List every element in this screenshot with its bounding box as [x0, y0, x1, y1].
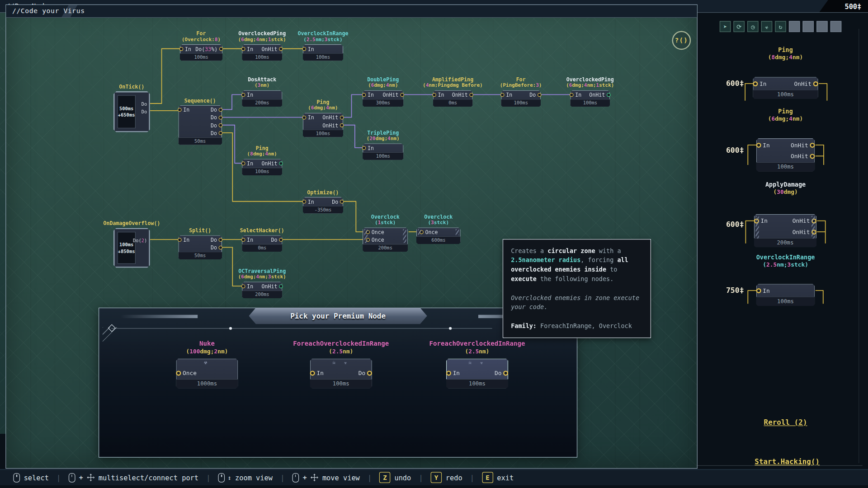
node-shop-ping-6dmg[interactable]: InOnHitOnHit100ms	[756, 138, 815, 171]
node-duration: 100ms	[570, 99, 610, 107]
node-for-pingbefore3[interactable]: For(PingBefore:3)InDo100ms	[501, 90, 541, 107]
port[interactable]	[570, 93, 574, 97]
port[interactable]	[367, 371, 372, 375]
port[interactable]	[219, 115, 223, 119]
reroll-link[interactable]: Reroll (2)	[741, 418, 830, 427]
node-dosattack[interactable]: DosAttack(3nm)In200ms	[242, 90, 282, 107]
port[interactable]	[340, 115, 344, 119]
empty-slot[interactable]	[803, 21, 814, 32]
port[interactable]	[500, 93, 505, 97]
port[interactable]	[400, 93, 404, 97]
node-icons: ☢	[176, 360, 238, 365]
node-ontick[interactable]: OnTick()500ms+650msDoDo	[113, 91, 150, 132]
clock-icon[interactable]: ◷	[747, 21, 758, 32]
help-button[interactable]: ?()	[672, 31, 691, 50]
port[interactable]	[607, 93, 611, 97]
port[interactable]	[302, 199, 307, 203]
node-duration: 100ms	[310, 379, 372, 389]
port[interactable]	[279, 161, 283, 165]
node-ondamageoverflow[interactable]: OnDamageOverflow()100ms+850msDo(2)	[113, 228, 150, 267]
empty-slot[interactable]	[830, 21, 841, 32]
port-label: OnHit	[261, 160, 277, 166]
node-ping-6dmg[interactable]: Ping(6dmg;4nm)InOnHitOnHit100ms	[303, 113, 343, 137]
port[interactable]	[810, 142, 815, 147]
port[interactable]	[219, 245, 223, 249]
port[interactable]	[219, 47, 223, 51]
node-premium-nuke[interactable]: Nuke(100dmg;2nm)☢Once1000ms	[176, 358, 238, 388]
node-shop-ping-8dmg[interactable]: InOnHit100ms	[753, 77, 818, 99]
port[interactable]	[241, 284, 245, 288]
port-label: Do	[271, 236, 277, 242]
port[interactable]	[241, 161, 245, 165]
node-ping-8dmg[interactable]: Ping(8dmg;4nm)InOnHit100ms	[242, 159, 282, 175]
port[interactable]	[302, 47, 307, 51]
port[interactable]	[241, 238, 245, 242]
node-for-overclock8[interactable]: For(Overclock:8)InDo(33%)100ms	[180, 44, 222, 61]
port[interactable]	[219, 123, 223, 127]
port[interactable]	[503, 371, 508, 375]
port[interactable]	[362, 93, 366, 97]
hint-label: multiselect/connect port	[99, 474, 198, 482]
node-duration: -350ms	[303, 206, 343, 214]
port[interactable]	[756, 288, 761, 293]
node-overclockedping-1[interactable]: OverclockedPing(6dmg;4nm;1stck)InOnHit10…	[242, 44, 282, 61]
port[interactable]	[432, 93, 436, 97]
port[interactable]	[756, 142, 761, 147]
node-duration: 100ms	[756, 296, 815, 306]
port[interactable]	[178, 238, 182, 242]
node-overclock-3stck[interactable]: Overclock(3stck)Once600ms	[416, 227, 461, 244]
node-split[interactable]: Split()InDoDo50ms	[178, 235, 222, 259]
port[interactable]	[241, 47, 245, 51]
port-label: In	[506, 92, 512, 98]
port-label: In	[575, 92, 581, 98]
node-tripleping[interactable]: TriplePing(20dmg;4nm)In100ms	[363, 143, 404, 160]
port[interactable]	[219, 238, 223, 242]
node-overclock-1stck[interactable]: Overclock(1stck)OnceOnce200ms	[363, 227, 408, 252]
port[interactable]	[241, 93, 245, 97]
rotate-icon[interactable]: ↻	[775, 21, 786, 32]
port-label: Do	[211, 236, 217, 242]
port[interactable]	[362, 146, 366, 150]
port[interactable]	[340, 123, 344, 127]
empty-slot[interactable]	[789, 21, 800, 32]
start-hacking-link[interactable]: Start.Hacking()	[732, 458, 843, 466]
port[interactable]	[219, 131, 223, 135]
port[interactable]	[810, 154, 815, 159]
port[interactable]	[219, 108, 223, 112]
port[interactable]	[538, 93, 542, 97]
port[interactable]	[310, 371, 315, 375]
node-doubleping[interactable]: DoublePing(6dmg;4nm)InOnHit300ms	[363, 90, 404, 107]
virus-icon[interactable]: ☣	[761, 21, 772, 32]
port-label: In	[247, 236, 253, 242]
empty-slot[interactable]	[816, 21, 827, 32]
node-amplifiedping[interactable]: AmplifiedPing(4nm;Pingdmg Before)InOnHit…	[433, 90, 473, 107]
node-overclockinrange-1[interactable]: OverclockInRange(2.5nm;3stck)In100ms	[303, 44, 343, 61]
port-label: Once	[425, 229, 438, 235]
node-premium-foreach-overclocked-inrange-2[interactable]: ForeachOverclockedInRange(2.5nm)☠ ☣InDo1…	[446, 358, 508, 388]
node-sequence[interactable]: Sequence()InDoDoDoDo50ms	[178, 105, 222, 145]
port[interactable]	[469, 93, 473, 97]
port[interactable]	[446, 371, 451, 375]
node-selecthacker[interactable]: SelectHacker()InDo0ms	[242, 235, 282, 252]
port[interactable]	[279, 284, 283, 288]
modal-divider	[111, 328, 492, 328]
node-shop-overclockinrange[interactable]: In100ms	[756, 284, 815, 306]
refresh-icon[interactable]: ⟳	[733, 21, 744, 32]
node-shop-applydamage[interactable]: InOnHitOnHit200ms	[754, 214, 816, 247]
port[interactable]	[279, 47, 283, 51]
port[interactable]	[176, 371, 181, 375]
port[interactable]	[179, 47, 184, 51]
hint-bar: select|+multiselect/connect port|↕zoom v…	[0, 469, 868, 485]
port[interactable]	[302, 115, 307, 119]
port[interactable]	[279, 238, 283, 242]
cursor-icon[interactable]: ➤	[720, 21, 731, 32]
port[interactable]	[340, 199, 344, 203]
port[interactable]	[813, 81, 818, 86]
node-octraversalping[interactable]: OCTraversalPing(6dmg;4nm;3stck)InOnHit20…	[242, 282, 282, 298]
node-premium-foreach-overclocked-inrange-1[interactable]: ForeachOverclockedInRange(2.5nm)☠ ☣InDo1…	[310, 358, 372, 388]
node-optimize[interactable]: Optimize()InDo-350ms	[303, 197, 343, 214]
port[interactable]	[753, 81, 758, 86]
port-label: Do	[211, 130, 217, 136]
node-overclockedping-2[interactable]: OverclockedPing(6dmg;4nm;1stck)InOnHit10…	[570, 90, 610, 107]
port[interactable]	[178, 108, 182, 112]
